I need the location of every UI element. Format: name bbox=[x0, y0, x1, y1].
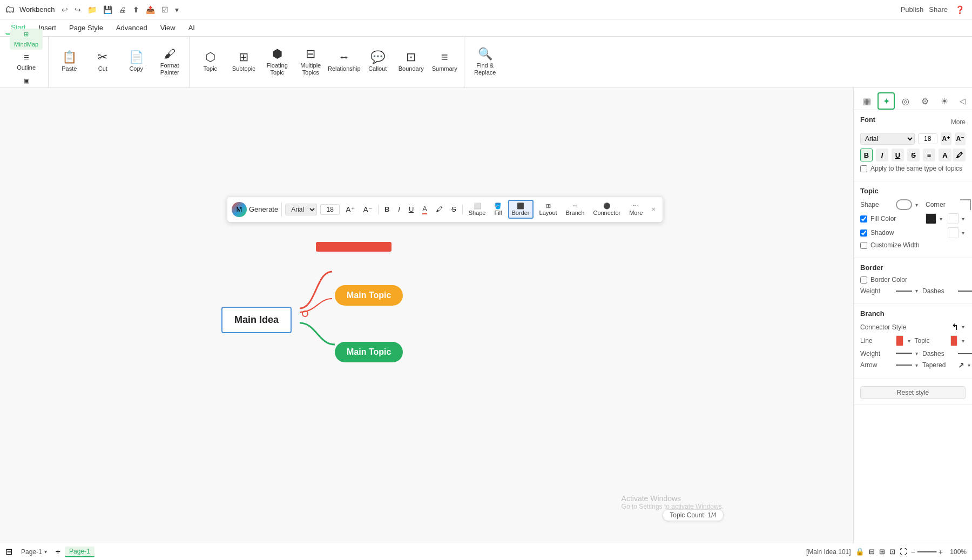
shape-preview[interactable] bbox=[896, 199, 912, 210]
layout-button[interactable]: ⊞ Layout bbox=[537, 201, 560, 218]
main-topic-2[interactable]: Main Topic bbox=[335, 342, 403, 362]
branch-weight-dropdown[interactable]: ▾ bbox=[914, 349, 919, 357]
panel-tab-accessibility[interactable]: ☀ bbox=[936, 92, 953, 110]
subtopic-button[interactable]: ⊞ Subtopic bbox=[227, 41, 260, 84]
save-button[interactable]: 💾 bbox=[101, 4, 114, 15]
generate-label[interactable]: Generate bbox=[249, 205, 278, 213]
font-shrink-button[interactable]: A⁻ bbox=[955, 132, 966, 145]
undo-button[interactable]: ↩ bbox=[59, 4, 70, 15]
italic-button-floating[interactable]: I bbox=[395, 204, 403, 215]
dashes-preview[interactable] bbox=[958, 291, 972, 292]
shadow-color-swatch[interactable] bbox=[948, 227, 959, 238]
menu-item-page-style[interactable]: Page Style bbox=[64, 22, 109, 34]
find-replace-button[interactable]: 🔍 Find & Replace bbox=[469, 41, 501, 84]
menu-item-view[interactable]: View bbox=[155, 22, 181, 34]
fill-secondary-dropdown[interactable]: ▾ bbox=[961, 215, 966, 223]
page-tab-dropdown[interactable]: ▾ bbox=[44, 549, 47, 555]
font-family-select[interactable]: Arial bbox=[860, 133, 915, 145]
share-button[interactable]: Share bbox=[929, 5, 948, 14]
publish-button[interactable]: Publish bbox=[901, 5, 924, 14]
topic-color-dropdown[interactable]: ▾ bbox=[961, 337, 966, 345]
main-topic-1[interactable]: Main Topic bbox=[335, 285, 403, 306]
font-color-button[interactable]: A bbox=[420, 203, 430, 216]
panel-tab-magic[interactable]: ✦ bbox=[878, 92, 895, 110]
strikethrough-button[interactable]: S bbox=[449, 204, 459, 215]
corner-preview[interactable] bbox=[960, 199, 971, 210]
bold-button-panel[interactable]: B bbox=[860, 149, 873, 161]
add-page-button[interactable]: + bbox=[56, 547, 60, 557]
format-painter-button[interactable]: 🖌 Format Painter bbox=[153, 41, 186, 84]
panel-tab-location[interactable]: ◎ bbox=[897, 92, 914, 110]
topic-color-swatch[interactable] bbox=[950, 335, 958, 346]
reset-style-button[interactable]: Reset style bbox=[860, 386, 966, 399]
fill-color-checkbox[interactable] bbox=[860, 215, 867, 222]
boundary-button[interactable]: ⊡ Boundary bbox=[395, 41, 427, 84]
align-button-panel[interactable]: ≡ bbox=[923, 149, 935, 161]
weight-dropdown[interactable]: ▾ bbox=[914, 287, 919, 295]
branch-dashes-preview[interactable] bbox=[958, 353, 972, 354]
export-button[interactable]: ⬆ bbox=[131, 4, 141, 15]
fill-secondary-swatch[interactable] bbox=[948, 213, 959, 224]
view-1-button[interactable]: ⊟ bbox=[869, 548, 875, 556]
font-grow-button[interactable]: A⁺ bbox=[941, 132, 951, 145]
menu-item-ai[interactable]: AI bbox=[183, 22, 200, 34]
paste-button[interactable]: 📋 Paste bbox=[53, 41, 85, 84]
font-color-button-panel[interactable]: A bbox=[939, 149, 951, 161]
task-button[interactable]: ☑ bbox=[159, 4, 171, 15]
branch-weight-preview[interactable] bbox=[896, 353, 912, 354]
fill-color-swatch[interactable] bbox=[926, 213, 936, 224]
panel-tab-settings[interactable]: ⚙ bbox=[916, 92, 934, 110]
print-button[interactable]: 🖨 bbox=[117, 4, 129, 15]
font-size-select[interactable] bbox=[918, 133, 937, 144]
font-more-link[interactable]: More bbox=[951, 118, 966, 126]
open-button[interactable]: 📁 bbox=[85, 4, 99, 15]
shape-dropdown[interactable]: ▾ bbox=[914, 201, 919, 209]
zoom-in-button[interactable]: + bbox=[939, 548, 943, 556]
callout-button[interactable]: 💬 Callout bbox=[361, 41, 394, 84]
fullscreen-button[interactable]: ⛶ bbox=[900, 548, 907, 556]
shadow-checkbox[interactable] bbox=[860, 230, 867, 237]
more-button[interactable]: ▾ bbox=[173, 4, 181, 15]
highlight-button[interactable]: 🖍 bbox=[433, 204, 446, 215]
weight-preview[interactable] bbox=[896, 291, 912, 292]
view-2-button[interactable]: ⊞ bbox=[879, 548, 885, 556]
border-button-floating[interactable]: ⬛ Border bbox=[508, 200, 534, 219]
italic-button-panel[interactable]: I bbox=[876, 149, 888, 161]
toggle-panel-button[interactable]: ⊟ bbox=[5, 546, 12, 557]
arrow-preview[interactable] bbox=[896, 365, 912, 366]
underline-button-panel[interactable]: U bbox=[892, 149, 904, 161]
copy-button[interactable]: 📄 Copy bbox=[120, 41, 152, 84]
border-color-checkbox[interactable] bbox=[860, 276, 867, 284]
more-button-floating[interactable]: ⋯ More bbox=[626, 201, 645, 218]
floating-topic-button[interactable]: ⬢ Floating Topic bbox=[261, 41, 293, 84]
connector-style-dropdown[interactable]: ▾ bbox=[961, 323, 966, 331]
collapse-panel-button[interactable]: ◁ bbox=[957, 95, 968, 107]
view-3-button[interactable]: ⊡ bbox=[889, 548, 895, 556]
font-size-floating[interactable] bbox=[320, 204, 340, 215]
highlight-button-panel[interactable]: 🖍 bbox=[953, 149, 966, 161]
relationship-button[interactable]: ↔ Relationship bbox=[328, 41, 360, 84]
shrink-font-button[interactable]: A⁻ bbox=[361, 204, 375, 215]
help-button[interactable]: ❓ bbox=[953, 4, 967, 15]
view-mindmap[interactable]: ⊞ MindMap bbox=[10, 29, 43, 50]
main-idea-node[interactable]: Main Idea bbox=[221, 307, 292, 333]
arrow-dropdown[interactable]: ▾ bbox=[914, 361, 919, 369]
line-color-swatch[interactable] bbox=[896, 335, 903, 346]
canvas-area[interactable]: M Generate Arial A⁺ A⁻ B I U A 🖍 S ⬜ Sha… bbox=[0, 88, 853, 543]
tapered-dropdown[interactable]: ▾ bbox=[967, 361, 971, 369]
fill-button[interactable]: 🪣 Fill bbox=[491, 201, 504, 218]
connector-button-floating[interactable]: ⚫ Connector bbox=[590, 201, 623, 218]
summary-button[interactable]: ≡ Summary bbox=[428, 41, 461, 84]
underline-button-floating[interactable]: U bbox=[406, 204, 416, 215]
topic-button[interactable]: ⬡ Topic bbox=[194, 41, 226, 84]
branch-button[interactable]: ⊣ Branch bbox=[563, 201, 588, 218]
share2-button[interactable]: 📤 bbox=[144, 4, 157, 15]
fill-color-dropdown[interactable]: ▾ bbox=[939, 215, 943, 223]
lock-button[interactable]: 🔒 bbox=[855, 548, 865, 556]
cut-button[interactable]: ✂ Cut bbox=[86, 41, 119, 84]
redo-button[interactable]: ↪ bbox=[72, 4, 83, 15]
grow-font-button[interactable]: A⁺ bbox=[343, 204, 357, 215]
font-select-floating[interactable]: Arial bbox=[285, 204, 317, 215]
red-topic-bar[interactable] bbox=[316, 242, 392, 252]
shadow-dropdown[interactable]: ▾ bbox=[961, 229, 966, 237]
